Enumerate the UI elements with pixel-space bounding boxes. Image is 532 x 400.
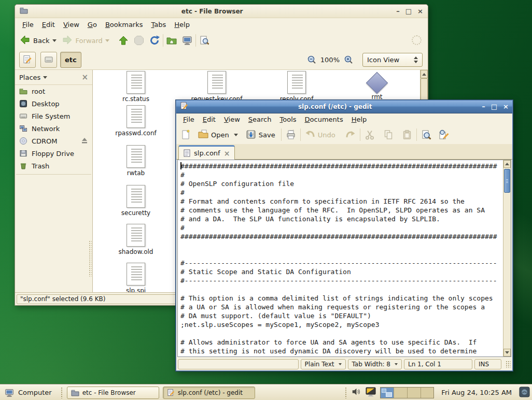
zoom-in-button[interactable] xyxy=(344,55,353,64)
clock[interactable]: Fri Aug 24, 10:25 AM xyxy=(441,389,512,396)
menu-help[interactable]: Help xyxy=(347,114,371,125)
display-settings-icon[interactable] xyxy=(365,386,376,399)
open-button[interactable]: Open xyxy=(198,128,238,141)
workspace-3[interactable] xyxy=(407,388,421,398)
sidebar-item-trash[interactable]: Trash xyxy=(15,160,92,172)
text-file-icon xyxy=(207,71,226,94)
menu-search[interactable]: Search xyxy=(244,114,276,125)
gedit-titlebar[interactable]: slp.conf (/etc) - gedit – □ × xyxy=(176,100,513,113)
home-folder-icon xyxy=(166,35,177,46)
file-browser-titlebar[interactable]: etc - File Browser – □ × xyxy=(15,5,428,18)
maximize-icon[interactable]: □ xyxy=(491,103,497,110)
path-root-button[interactable] xyxy=(40,52,57,68)
file-item[interactable]: resolv.conf xyxy=(258,71,335,103)
text-file-icon xyxy=(127,263,145,285)
sidebar-item-network[interactable]: Network xyxy=(15,122,92,135)
close-icon[interactable]: × xyxy=(503,103,509,110)
places-close-icon[interactable]: × xyxy=(81,73,88,82)
stop-button[interactable] xyxy=(133,35,145,46)
task-file-browser[interactable]: etc - File Browser xyxy=(67,387,159,399)
save-button[interactable]: Save xyxy=(245,128,277,141)
menu-edit[interactable]: Edit xyxy=(38,19,59,30)
home-button[interactable] xyxy=(166,35,177,46)
reload-button[interactable] xyxy=(149,35,160,46)
cut-button[interactable] xyxy=(364,129,375,140)
file-item[interactable]: rwtab xyxy=(97,145,175,177)
menu-tabs[interactable]: Tabs xyxy=(147,19,171,30)
computer-button[interactable] xyxy=(181,35,193,46)
find-button[interactable] xyxy=(421,129,432,140)
menu-tools[interactable]: Tools xyxy=(276,114,301,125)
workspace-1[interactable] xyxy=(381,388,394,398)
copy-button[interactable] xyxy=(383,129,394,140)
new-document-button[interactable] xyxy=(180,129,191,140)
menu-help[interactable]: Help xyxy=(170,19,194,30)
close-icon[interactable]: × xyxy=(417,7,423,15)
desktop[interactable]: etc - File Browser – □ × File Edit View … xyxy=(0,0,532,400)
up-button[interactable] xyxy=(118,35,129,46)
menu-file[interactable]: File xyxy=(18,19,38,30)
scroll-up-icon[interactable] xyxy=(421,70,428,78)
file-item[interactable]: request-key.conf xyxy=(178,71,256,103)
sidebar-item-root[interactable]: root xyxy=(15,85,92,97)
print-button[interactable] xyxy=(285,129,297,140)
menu-bookmarks[interactable]: Bookmarks xyxy=(101,19,147,30)
scrollbar-thumb[interactable] xyxy=(504,169,510,193)
editor-scrollbar[interactable] xyxy=(503,160,511,356)
search-button[interactable] xyxy=(199,35,210,46)
minimize-icon[interactable]: – xyxy=(482,103,485,110)
scroll-down-icon[interactable] xyxy=(503,349,511,356)
eject-icon[interactable] xyxy=(81,137,88,146)
replace-button[interactable] xyxy=(438,129,450,140)
places-chevron-icon[interactable] xyxy=(43,76,47,79)
undo-button[interactable]: Undo xyxy=(304,128,338,141)
zoom-out-button[interactable] xyxy=(307,55,316,64)
scroll-up-icon[interactable] xyxy=(503,160,511,168)
menu-view[interactable]: View xyxy=(220,114,244,125)
panel-drag-handle[interactable] xyxy=(61,387,63,398)
edit-location-button[interactable] xyxy=(19,52,36,68)
file-item[interactable]: securetty xyxy=(97,185,175,217)
forward-button[interactable]: Forward xyxy=(62,34,109,47)
language-select[interactable]: Plain Text xyxy=(301,359,346,369)
redo-button[interactable] xyxy=(345,129,356,140)
minimize-icon[interactable]: – xyxy=(396,7,400,15)
computer-menu-button[interactable]: Computer xyxy=(2,387,57,399)
sidebar-item-filesystem[interactable]: File System xyxy=(15,110,92,122)
menu-documents[interactable]: Documents xyxy=(301,114,347,125)
menu-go[interactable]: Go xyxy=(83,19,101,30)
editor-area[interactable]: ########################################… xyxy=(177,160,511,357)
show-desktop-icon[interactable] xyxy=(519,387,530,399)
maximize-icon[interactable]: □ xyxy=(405,7,412,15)
sidebar-item-floppy[interactable]: Floppy Drive xyxy=(15,147,92,160)
file-browser-locationbar: etc 100% Icon View xyxy=(15,50,428,69)
file-item[interactable]: slp.spi xyxy=(97,263,175,292)
volume-icon[interactable] xyxy=(351,387,361,398)
file-item[interactable]: shadow.old xyxy=(97,224,175,255)
tab-width-select[interactable]: Tab Width: 8 xyxy=(348,359,402,369)
file-item[interactable]: rpasswd.conf xyxy=(97,105,175,137)
menu-view[interactable]: View xyxy=(59,19,83,30)
tab-close-icon[interactable]: × xyxy=(224,149,230,158)
resize-grip[interactable] xyxy=(506,361,511,368)
folder-icon xyxy=(19,87,27,95)
sidebar-item-cdrom[interactable]: CDROM xyxy=(15,135,92,147)
sidebar-item-desktop[interactable]: Desktop xyxy=(15,97,92,110)
file-item[interactable]: rc.status xyxy=(97,71,175,103)
path-etc-button[interactable]: etc xyxy=(60,52,81,68)
back-button[interactable]: Back xyxy=(19,34,57,47)
spinner-arrows-icon xyxy=(414,56,418,63)
workspace-4[interactable] xyxy=(421,388,434,398)
places-header[interactable]: Places xyxy=(19,74,40,81)
panel-drag-handle[interactable] xyxy=(345,387,347,398)
task-gedit[interactable]: slp.conf (/etc) - gedit xyxy=(163,387,255,399)
workspace-2[interactable] xyxy=(394,388,407,398)
file-item[interactable]: rmt xyxy=(338,71,416,101)
view-mode-select[interactable]: Icon View xyxy=(362,53,423,67)
menu-file[interactable]: File xyxy=(179,114,199,125)
sidebar-resize-handle[interactable] xyxy=(89,240,92,277)
editor-text[interactable]: ########################################… xyxy=(178,160,511,357)
menu-edit[interactable]: Edit xyxy=(199,114,220,125)
tab-slp-conf[interactable]: slp.conf × xyxy=(178,145,235,160)
paste-button[interactable] xyxy=(401,129,413,140)
